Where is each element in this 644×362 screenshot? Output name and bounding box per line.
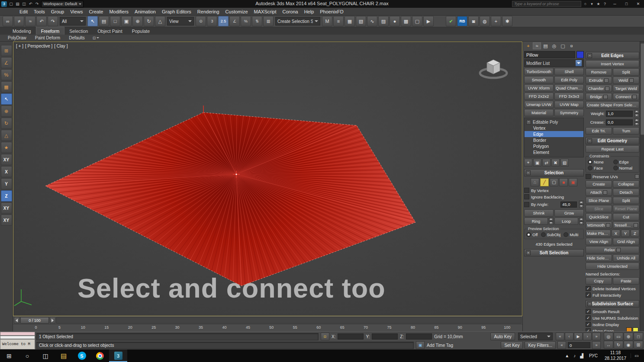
utilities-tab[interactable]: ¤: [567, 42, 576, 49]
spinner-snap-icon[interactable]: ⇅: [252, 16, 262, 26]
menu-item[interactable]: Modifiers: [106, 8, 132, 16]
grow-button[interactable]: Grow: [554, 209, 584, 217]
relax-button[interactable]: Relax: [586, 246, 639, 253]
workspace-selector[interactable]: Workspace: Default: [41, 1, 84, 7]
axis-button[interactable]: Y: [621, 230, 630, 237]
x-coordinate-field[interactable]: [338, 333, 364, 340]
hide-button[interactable]: Hide Unselected: [586, 263, 639, 270]
edit-edges-button[interactable]: Chamfer: [586, 85, 612, 92]
infocenter-search-input[interactable]: [512, 1, 581, 7]
constraint-radio[interactable]: Normal: [613, 166, 638, 170]
select-and-rotate-icon[interactable]: ↻: [144, 16, 154, 26]
subdivision-checkbox[interactable]: Use NURMS Subdivision: [586, 315, 639, 320]
layer-manager-icon[interactable]: ▦: [345, 16, 355, 26]
make-unique-icon[interactable]: ⇄: [542, 159, 551, 167]
pan-icon[interactable]: ↔: [604, 341, 613, 349]
make-planar-button[interactable]: Make Planar: [586, 230, 611, 237]
volume-icon[interactable]: ♪: [571, 353, 578, 358]
edit-edges-rollout-header[interactable]: − Edit Edges: [586, 52, 639, 59]
search-icon[interactable]: ○: [582, 1, 589, 7]
rollout-toggle-icon[interactable]: −: [587, 138, 592, 143]
settings-box[interactable]: [604, 78, 609, 83]
edit-geometry-button[interactable]: Cut: [613, 213, 639, 221]
open-file-icon[interactable]: ▤: [14, 1, 21, 7]
stack-subobject-row[interactable]: Edge: [525, 131, 583, 137]
shrink-button[interactable]: Shrink: [524, 209, 554, 217]
settings-box[interactable]: [635, 174, 639, 179]
angle-snap-left-icon[interactable]: ∠: [1, 57, 12, 68]
settings-box[interactable]: [634, 223, 638, 227]
ribbon-tab[interactable]: Populate: [127, 27, 155, 35]
border-subobj-icon[interactable]: ▢: [550, 178, 558, 186]
constraint-radio[interactable]: Face: [588, 166, 612, 170]
fov-icon[interactable]: ◉: [624, 341, 633, 349]
edit-geometry-button[interactable]: Reset Plane: [613, 205, 639, 212]
plane-yz-icon[interactable]: XY: [1, 215, 12, 226]
modifier-preset-button[interactable]: Smooth: [524, 76, 554, 83]
settings-box[interactable]: [629, 78, 634, 83]
file-explorer-button[interactable]: ▤: [55, 349, 73, 362]
edit-geometry-button[interactable]: Split: [613, 197, 639, 204]
play-icon[interactable]: ▶: [574, 333, 583, 340]
preserve-uvs-checkbox[interactable]: Preserve UVs: [586, 174, 639, 179]
settings-box[interactable]: [605, 86, 609, 91]
render-production-icon[interactable]: ▶: [423, 16, 434, 26]
previous-frame-button[interactable]: [14, 317, 19, 324]
plane-xy-icon[interactable]: XY: [1, 202, 12, 214]
edit-geometry-checkbox[interactable]: Delete Isolated Vertices: [586, 286, 639, 291]
key-filters-button[interactable]: Key Filters...: [525, 341, 556, 349]
select-and-link-icon[interactable]: ∞: [3, 16, 13, 26]
named-selection-set-dropdown[interactable]: Create Selection Se: [275, 17, 320, 26]
menu-item[interactable]: Rendering: [194, 8, 222, 16]
polygon-subobj-icon[interactable]: ■: [559, 178, 568, 186]
menu-item[interactable]: Help: [301, 8, 317, 16]
bind-to-spacewarp-icon[interactable]: ≈: [25, 16, 35, 26]
rollout-toggle-icon[interactable]: −: [587, 53, 592, 58]
modifier-preset-button[interactable]: UVW Xform: [524, 84, 554, 92]
start-button[interactable]: ⊞: [0, 349, 18, 362]
select-tool-left-icon[interactable]: ↖: [1, 93, 12, 105]
stack-subobject-row[interactable]: Border: [525, 137, 583, 143]
maximize-viewport-icon[interactable]: ⊞: [634, 341, 643, 349]
hidden-icons-chevron[interactable]: ▲: [563, 353, 571, 358]
chrome-button[interactable]: [91, 349, 109, 362]
selection-region-icon[interactable]: □: [110, 16, 120, 26]
object-name-field[interactable]: Pillow: [524, 51, 575, 58]
time-slider-handle[interactable]: 0 / 100: [20, 317, 49, 324]
favorites-icon[interactable]: ★: [595, 1, 602, 7]
stack-subobject-row[interactable]: Polygon: [525, 143, 583, 149]
unlink-selection-icon[interactable]: ≠: [14, 16, 24, 26]
menu-item[interactable]: MAXScript: [251, 8, 280, 16]
by-angle-checkbox[interactable]: By Angle: 45,0: [524, 201, 584, 208]
edit-edges-button[interactable]: Insert Vertex: [586, 60, 639, 67]
modifier-list-arrow[interactable]: [576, 60, 582, 66]
rb-badge-icon[interactable]: RB: [457, 16, 467, 26]
rollout-toggle-icon[interactable]: +: [526, 250, 531, 255]
maxscript-mini-listener-white[interactable]: [0, 336, 35, 339]
show-end-result-icon[interactable]: ▣: [533, 159, 541, 167]
add-time-tag-label[interactable]: Add Time Tag: [427, 343, 453, 348]
search-button[interactable]: ○: [18, 349, 36, 362]
set-key-button[interactable]: Set Key: [501, 341, 523, 349]
create-tab[interactable]: +: [524, 42, 532, 49]
constraint-radio[interactable]: None: [588, 160, 612, 164]
edit-geometry-button[interactable]: Tessellate: [613, 221, 639, 229]
edit-edges-button[interactable]: Weld: [613, 77, 639, 84]
star-tool-icon[interactable]: ★: [1, 142, 12, 153]
cage-color-swatch[interactable]: [626, 327, 632, 331]
modifier-list-dropdown[interactable]: Modifier List: [524, 59, 584, 67]
previous-key-button[interactable]: «: [557, 341, 566, 349]
edit-geometry-button[interactable]: Attach: [586, 189, 612, 196]
skype-button[interactable]: S: [73, 349, 91, 362]
edit-edges-button[interactable]: Bridge: [586, 93, 612, 100]
perspective-viewport[interactable]: [ + ] [ Perspective ] [ Clay ]: [13, 42, 522, 316]
schematic-view-icon[interactable]: ▨: [378, 16, 389, 26]
settings-box[interactable]: [616, 248, 621, 252]
display-tab[interactable]: ▢: [559, 42, 567, 49]
modifier-preset-button[interactable]: Edit Poly: [554, 76, 584, 83]
preview-selection-radio[interactable]: SubObj: [541, 232, 561, 237]
settings-box[interactable]: [603, 190, 607, 195]
hierarchy-tab[interactable]: ▤: [541, 42, 550, 49]
modifier-preset-button[interactable]: Quad Chamfer: [554, 84, 584, 92]
render-setup-icon[interactable]: ▩: [401, 16, 411, 26]
